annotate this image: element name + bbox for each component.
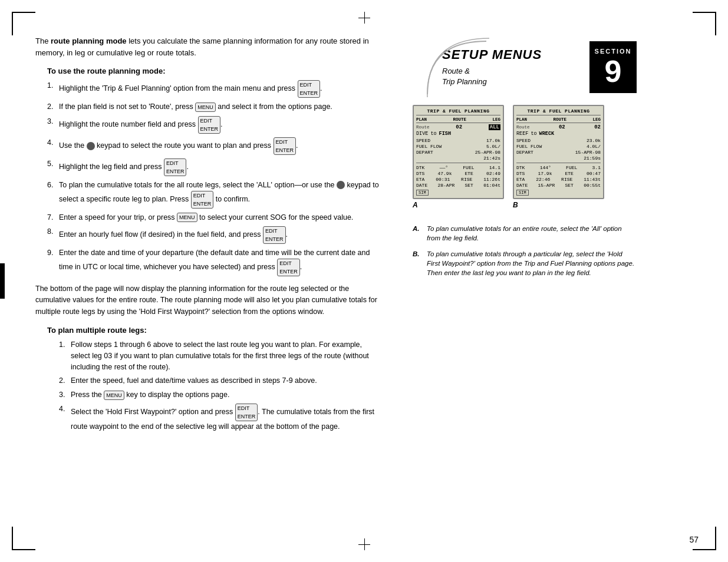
screen-a-route-row: Route 02 ALL (416, 124, 500, 130)
screen-b-wp-from: REEF (516, 131, 528, 137)
screen-b-ete-value: 00:47 (587, 171, 601, 176)
screen-a-rise-label: RISE (461, 177, 472, 182)
screen-a: TRIP & FUEL PLANNING PLAN ROUTE LEG Rout… (413, 105, 504, 199)
edit-enter-key-6: EDITENTER (263, 226, 286, 244)
screen-b-fuel2-value: 3.1 (592, 165, 601, 170)
multi-step-2-num: 2. (59, 375, 65, 386)
screen-a-eta-label: ETA (416, 177, 424, 182)
step-3: 3. Highlight the route number field and … (47, 116, 383, 134)
step-2: 2. If the plan field is not set to 'Rout… (47, 101, 383, 113)
screen-b-eta-row: ETA 22:46 RISE 11:43t (516, 177, 601, 182)
left-column: The route planning mode lets you calcula… (35, 35, 401, 527)
edit-enter-key-5: EDITENTER (191, 191, 214, 209)
screen-b-sim-btn: SIM (516, 190, 529, 196)
annotation-a-letter: A. (413, 224, 422, 243)
screen-b-speed-value: 23.0k (587, 138, 601, 143)
edit-enter-key-7: EDITENTER (277, 259, 300, 276)
step-1: 1. Highlight the 'Trip & Fuel Planning' … (47, 80, 383, 98)
screen-a-sim-btn: SIM (416, 190, 429, 196)
screen-b-fuel-row: FUEL FLOW 4.0L/ (516, 144, 601, 149)
annotation-b-text: To plan cumulative totals through a part… (427, 249, 637, 277)
screen-b-dts-value: 17.9k (538, 171, 552, 176)
edit-enter-key-8: EDITENTER (235, 404, 258, 421)
section-number-box: SECTION 9 (589, 41, 637, 93)
screen-a-speed-value: 17.0k (486, 138, 500, 143)
screen-a-wp-to: to (430, 131, 436, 137)
screen-b-wrapper: TRIP & FUEL PLANNING PLAN ROUTE LEG Rout… (513, 105, 604, 209)
screen-b-sim: SIM (516, 189, 601, 196)
screen-b-depart-row: DEPART 15-APR-98 (516, 150, 601, 155)
header-title-area: SETUP MENUS Route & Trip Planning (436, 41, 589, 93)
step-9-num: 9. (47, 247, 53, 259)
section2-steps: 1. Follow steps 1 through 6 above to sel… (59, 339, 383, 432)
screen-a-ete-value: 02:49 (486, 171, 500, 176)
screen-b-route-word: Route (516, 125, 530, 130)
step-5-num: 5. (47, 158, 53, 170)
step-6-num: 6. (47, 180, 53, 191)
screen-b-leg-label: LEG (592, 117, 601, 122)
annotations-block: A. To plan cumulative totals for an enti… (413, 224, 637, 283)
screen-a-eta-value: 00:31 (436, 177, 450, 182)
screen-a-set-label: SET (465, 183, 473, 188)
screen-a-depart-value: 25-APR-98 (475, 150, 500, 155)
screen-a-leg-label: LEG (492, 117, 500, 122)
screen-a-eta-row: ETA 00:31 RISE 11:26t (416, 177, 500, 182)
screen-a-fuel-label: FUEL FLOW (416, 144, 442, 149)
step-5: 5. Highlight the leg field and press EDI… (47, 158, 383, 176)
screen-b-eta-label: ETA (516, 177, 525, 182)
multi-step-2: 2. Enter the speed, fuel and date/time v… (59, 375, 383, 386)
screen-a-waypoints: DIVE to FISH (416, 131, 500, 137)
section-number: 9 (605, 56, 622, 87)
setup-menus-title: SETUP MENUS (442, 47, 581, 62)
screen-a-wp-from: DIVE (416, 131, 428, 137)
screen-b-date-value: 15-APR (538, 183, 555, 188)
multi-step-4: 4. Select the 'Hold First Waypoint?' opt… (59, 404, 383, 432)
screen-a-route-label: ROUTE (453, 117, 466, 122)
screen-b-ete-label: ETE (565, 171, 574, 176)
screen-a-leg-value: ALL (489, 124, 500, 130)
step-8: 8. Enter an hourly fuel flow (if desired… (47, 226, 383, 244)
screen-a-fuel2-value: 14.1 (489, 165, 500, 170)
screen-b-rise-value: 11:43t (584, 177, 601, 182)
screen-b-plan-label: PLAN (516, 117, 527, 122)
screen-b-label: B (513, 201, 518, 209)
screen-a-date-value: 28-APR (437, 183, 454, 188)
screen-a-date-row: DATE 28-APR SET 01:04t (416, 183, 500, 188)
screen-b-eta-value: 22:46 (536, 177, 550, 182)
rocker-icon-1 (87, 142, 95, 150)
menu-key-1: MENU (195, 103, 216, 112)
multi-step-4-num: 4. (59, 404, 65, 415)
screen-a-set-value: 01:04t (483, 183, 500, 188)
screen-b-leg-value: 02 (594, 124, 601, 130)
screen-b-dtk-label: DTK (516, 165, 525, 170)
screen-a-depart-time-row: 21:42s (416, 156, 500, 161)
screen-b-wp-dest: WRECK (539, 131, 555, 137)
screen-a-route-value: 02 (456, 124, 462, 130)
screen-a-wrapper: TRIP & FUEL PLANNING PLAN ROUTE LEG Rout… (413, 105, 504, 209)
screen-b: TRIP & FUEL PLANNING PLAN ROUTE LEG Rout… (513, 105, 604, 199)
screen-b-speed-row: SPEED 23.0k (516, 138, 601, 143)
screen-a-depart-label: DEPART (416, 150, 433, 155)
screen-b-fuel-label: FUEL FLOW (516, 144, 542, 149)
screen-a-header-row: PLAN ROUTE LEG (416, 117, 500, 123)
subtitle-line1: Route & (442, 67, 470, 75)
screen-a-dtk-row: DTK ——° FUEL 14.1 (416, 165, 500, 170)
subtitle-line2: Trip Planning (442, 77, 487, 86)
screen-a-plan-label: PLAN (416, 117, 427, 122)
screen-b-date-row: DATE 15-APR SET 00:55t (516, 183, 601, 188)
screens-container: TRIP & FUEL PLANNING PLAN ROUTE LEG Rout… (413, 105, 604, 209)
screen-a-fuel-value: 5.0L/ (486, 144, 500, 149)
screen-b-route-label: ROUTE (553, 117, 566, 122)
edit-enter-key-2: EDITENTER (198, 116, 221, 134)
annotation-a: A. To plan cumulative totals for an enti… (413, 224, 637, 243)
middle-paragraph: The bottom of the page will now display … (35, 283, 383, 318)
section2-header: To plan multiple route legs: (47, 326, 383, 335)
step-1-num: 1. (47, 80, 53, 91)
screen-b-route-row: Route 02 02 (516, 124, 601, 130)
page-number: 57 (689, 535, 699, 544)
multi-step-1-num: 1. (59, 339, 65, 351)
screen-b-depart-label: DEPART (516, 150, 533, 155)
right-column: SETUP MENUS Route & Trip Planning SECTIO… (401, 35, 666, 527)
step-8-num: 8. (47, 226, 53, 237)
screen-b-dts-row: DTS 17.9k ETE 00:47 (516, 171, 601, 176)
